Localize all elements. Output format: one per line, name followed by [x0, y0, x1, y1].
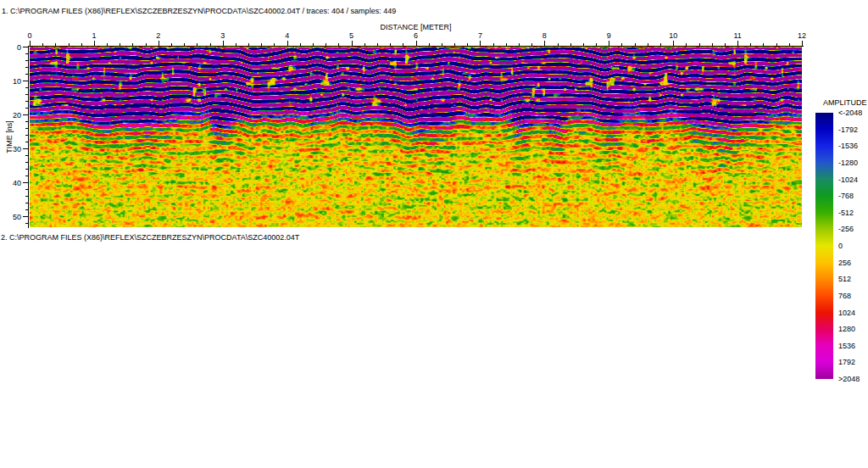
x-minor-tick: [69, 43, 70, 46]
y-tick-label: 30: [3, 145, 21, 153]
x-tick-label: 10: [664, 31, 682, 40]
legend-tick-label: -256: [838, 225, 867, 233]
x-minor-tick: [184, 43, 185, 46]
x-minor-tick: [390, 43, 391, 46]
x-major-tick: [480, 41, 481, 46]
x-major-tick: [416, 41, 417, 46]
y-major-tick: [23, 114, 28, 115]
radargram-canvas[interactable]: [30, 47, 802, 227]
x-minor-tick: [442, 43, 442, 46]
x-minor-tick: [660, 43, 661, 46]
legend-tick-label: 1792: [838, 358, 867, 366]
x-minor-tick: [146, 43, 147, 46]
legend-tick-label: 0: [838, 242, 867, 250]
x-minor-tick: [261, 43, 262, 46]
x-minor-tick: [712, 43, 713, 46]
amplitude-colorbar: [815, 113, 833, 379]
x-minor-tick: [132, 43, 133, 46]
y-major-tick: [23, 148, 28, 149]
x-minor-tick: [686, 43, 687, 46]
x-minor-tick: [467, 43, 468, 46]
legend-tick-label: <-2048: [838, 109, 867, 117]
y-minor-tick: [25, 128, 28, 129]
x-minor-tick: [596, 43, 597, 46]
y-tick-label: 40: [3, 179, 21, 187]
y-minor-tick: [25, 203, 28, 203]
y-minor-tick: [25, 60, 28, 61]
x-minor-tick: [531, 43, 532, 46]
x-minor-tick: [81, 43, 82, 46]
x-tick-label: 0: [20, 31, 39, 40]
x-minor-tick: [519, 43, 520, 46]
y-major-tick: [23, 47, 28, 47]
x-minor-tick: [454, 43, 455, 46]
y-minor-tick: [25, 209, 28, 210]
y-minor-tick: [25, 135, 28, 136]
x-major-tick: [609, 41, 609, 46]
profile2-title: 2. C:\PROGRAM FILES (X86)\REFLEX\SZCZEBR…: [1, 233, 299, 242]
x-minor-tick: [248, 43, 249, 46]
x-minor-tick: [274, 43, 275, 46]
x-minor-tick: [326, 43, 326, 46]
legend-tick-label: -768: [838, 192, 867, 200]
legend-tick-label: 512: [838, 275, 867, 283]
x-minor-tick: [300, 43, 301, 46]
y-minor-tick: [25, 176, 28, 176]
x-tick-label: 4: [278, 31, 297, 40]
legend-tick-label: >2048: [838, 375, 867, 383]
x-tick-label: 3: [214, 31, 232, 40]
x-minor-tick: [725, 43, 726, 46]
x-tick-label: 5: [342, 31, 361, 40]
x-tick-label: 6: [407, 31, 426, 40]
legend-tick-label: -1024: [838, 176, 867, 184]
x-major-tick: [544, 41, 545, 46]
x-minor-tick: [763, 43, 764, 46]
x-minor-tick: [493, 43, 494, 46]
x-minor-tick: [338, 43, 339, 46]
y-minor-tick: [25, 196, 28, 197]
y-tick-label: 10: [3, 77, 21, 86]
legend-tick-label: 1536: [838, 342, 867, 350]
y-axis-line: [28, 46, 29, 228]
y-tick-label: 50: [3, 213, 21, 221]
x-major-tick: [737, 41, 738, 46]
x-minor-tick: [635, 43, 636, 46]
x-minor-tick: [171, 43, 172, 46]
x-minor-tick: [42, 43, 43, 46]
legend-title: AMPLITUDE: [823, 98, 867, 107]
legend-tick-label: -1792: [838, 125, 867, 134]
x-tick-label: 8: [535, 31, 554, 40]
x-major-tick: [287, 41, 288, 46]
x-tick-label: 7: [470, 31, 489, 40]
y-tick-label: 20: [3, 111, 21, 120]
x-minor-tick: [364, 43, 365, 46]
x-major-tick: [673, 41, 674, 46]
x-minor-tick: [648, 43, 648, 46]
x-major-tick: [30, 41, 31, 46]
x-minor-tick: [197, 43, 198, 46]
x-major-tick: [223, 41, 224, 46]
y-minor-tick: [25, 67, 28, 68]
legend-tick-label: 1024: [838, 309, 867, 317]
x-minor-tick: [776, 43, 777, 46]
x-minor-tick: [236, 43, 236, 46]
x-major-tick: [94, 41, 95, 46]
x-major-tick: [802, 41, 803, 46]
x-axis-title: DISTANCE [METER]: [30, 23, 802, 31]
x-minor-tick: [621, 43, 622, 46]
y-minor-tick: [25, 108, 28, 109]
x-major-tick: [159, 41, 159, 46]
y-minor-tick: [25, 223, 28, 224]
legend-tick-label: 768: [838, 292, 867, 300]
legend-tick-label: -1280: [838, 159, 867, 167]
y-minor-tick: [25, 94, 28, 95]
x-tick-label: 2: [149, 31, 168, 40]
reflexw-profile-view: 1. C:\PROGRAM FILES (X86)\REFLEX\SZCZEBR…: [0, 0, 868, 468]
legend-tick-label: 256: [838, 259, 867, 267]
y-tick-label: 0: [3, 43, 21, 52]
y-minor-tick: [25, 87, 28, 88]
x-minor-tick: [55, 43, 56, 46]
y-minor-tick: [25, 169, 28, 170]
y-minor-tick: [25, 121, 28, 122]
x-minor-tick: [107, 43, 108, 46]
